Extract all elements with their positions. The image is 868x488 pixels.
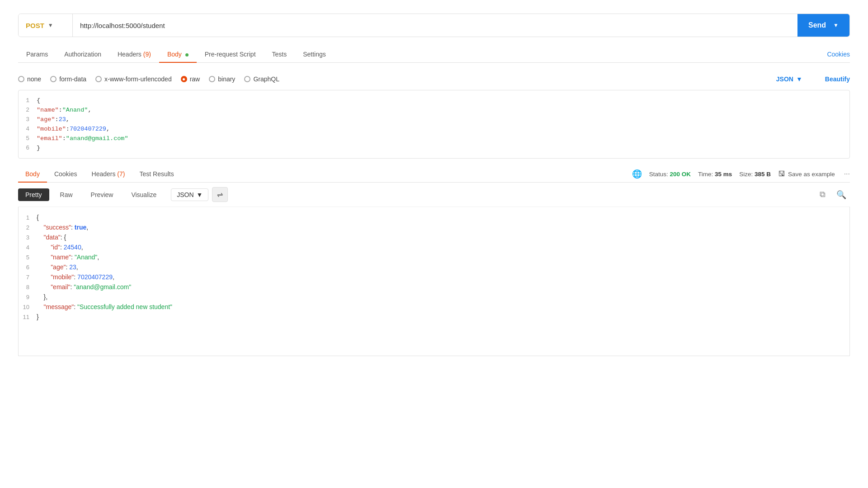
resp-line-11: 11 }: [19, 312, 849, 322]
resp-line-8: 8 "email": "anand@gmail.com": [19, 282, 849, 292]
response-tab-cookies[interactable]: Cookies: [47, 166, 85, 182]
json-format-label: JSON: [776, 75, 793, 83]
request-tab-nav: Params Authorization Headers (9) Body Pr…: [18, 46, 850, 63]
tab-prerequest[interactable]: Pre-request Script: [197, 46, 264, 62]
radio-circle-none: [18, 76, 24, 82]
resp-line-9: 9 },: [19, 292, 849, 302]
response-meta: 🌐 Status: 200 OK Time: 35 ms Size: 385 B…: [632, 169, 850, 179]
resp-line-10: 10 "message": "Successfully added new st…: [19, 302, 849, 312]
more-options-icon[interactable]: ···: [844, 170, 850, 178]
radio-circle-raw: [181, 76, 187, 82]
radio-formdata[interactable]: form-data: [50, 75, 86, 83]
resp-line-1: 1 {: [19, 212, 849, 222]
globe-icon: 🌐: [632, 169, 642, 179]
size-label: Size: 385 B: [739, 171, 771, 178]
radio-circle-binary: [209, 76, 215, 82]
method-label: POST: [26, 22, 44, 29]
json-chevron-icon: ▼: [796, 75, 802, 83]
response-toolbar: Pretty Raw Preview Visualize JSON ▼ ⇌ ⧉ …: [18, 183, 850, 207]
method-chevron-icon: ▼: [48, 22, 53, 28]
save-icon: 🖫: [778, 170, 785, 178]
beautify-button[interactable]: Beautify: [825, 75, 850, 83]
url-bar: POST ▼ Send ▼: [18, 14, 850, 37]
response-tab-headers[interactable]: Headers (7): [85, 166, 132, 182]
resp-line-3: 3 "data": {: [19, 232, 849, 242]
send-chevron-icon: ▼: [833, 22, 839, 28]
tab-body[interactable]: Body: [159, 46, 197, 62]
resp-line-7: 7 "mobile": 7020407229,: [19, 272, 849, 282]
save-as-example-button[interactable]: 🖫 Save as example: [778, 170, 835, 178]
response-tab-test-results[interactable]: Test Results: [132, 166, 181, 182]
json-format-selector[interactable]: JSON ▼: [776, 75, 802, 83]
resp-line-5: 5 "name": "Anand",: [19, 252, 849, 262]
size-value: 385 B: [755, 171, 771, 178]
url-input[interactable]: [73, 14, 797, 37]
body-format-options: none form-data x-www-form-urlencoded raw…: [18, 70, 850, 88]
req-line-4: 4 "mobile":7020407229,: [19, 124, 849, 134]
radio-circle-graphql: [244, 76, 250, 82]
send-button[interactable]: Send ▼: [797, 14, 849, 37]
req-line-1: 1 {: [19, 96, 849, 105]
response-tab-body[interactable]: Body: [18, 166, 47, 182]
response-format-chevron-icon: ▼: [197, 191, 203, 198]
app-container: POST ▼ Send ▼ Params Authorization Heade…: [0, 0, 868, 488]
req-line-2: 2 "name":"Anand",: [19, 105, 849, 115]
wrap-button[interactable]: ⇌: [212, 187, 228, 202]
tab-headers[interactable]: Headers (9): [109, 46, 159, 62]
req-line-6: 6 }: [19, 143, 849, 153]
cookies-link[interactable]: Cookies: [827, 46, 850, 62]
response-format-selector[interactable]: JSON ▼: [171, 188, 208, 201]
view-pretty-button[interactable]: Pretty: [18, 188, 49, 201]
tab-params[interactable]: Params: [18, 46, 56, 62]
radio-none[interactable]: none: [18, 75, 41, 83]
view-preview-button[interactable]: Preview: [84, 188, 121, 201]
method-selector[interactable]: POST ▼: [19, 14, 73, 37]
req-line-5: 5 "email":"anand@gmail.com": [19, 134, 849, 143]
search-icon[interactable]: 🔍: [833, 188, 850, 202]
view-visualize-button[interactable]: Visualize: [124, 188, 164, 201]
time-value: 35 ms: [715, 171, 732, 178]
status-value: 200 OK: [670, 171, 691, 178]
radio-raw[interactable]: raw: [181, 75, 200, 83]
request-body-editor[interactable]: 1 { 2 "name":"Anand", 3 "age":23, 4 "mob…: [18, 90, 850, 159]
req-line-3: 3 "age":23,: [19, 115, 849, 124]
tab-authorization[interactable]: Authorization: [56, 46, 109, 62]
copy-icon[interactable]: ⧉: [816, 188, 829, 201]
response-body-area[interactable]: 1 { 2 "success": true, 3 "data": { 4 "id…: [18, 207, 850, 356]
radio-urlencoded[interactable]: x-www-form-urlencoded: [95, 75, 172, 83]
response-tab-bar: Body Cookies Headers (7) Test Results 🌐 …: [18, 166, 850, 183]
radio-graphql[interactable]: GraphQL: [244, 75, 279, 83]
resp-line-4: 4 "id": 24540,: [19, 242, 849, 252]
send-label: Send: [808, 21, 826, 29]
radio-circle-urlencoded: [95, 76, 102, 82]
response-format-label: JSON: [177, 191, 193, 198]
radio-binary[interactable]: binary: [209, 75, 235, 83]
wrap-icon: ⇌: [217, 191, 223, 198]
status-label: Status: 200 OK: [649, 171, 691, 178]
tab-settings[interactable]: Settings: [295, 46, 334, 62]
time-label: Time: 35 ms: [698, 171, 732, 178]
tab-tests[interactable]: Tests: [264, 46, 295, 62]
view-raw-button[interactable]: Raw: [53, 188, 80, 201]
response-section: Body Cookies Headers (7) Test Results 🌐 …: [18, 166, 850, 356]
resp-line-2: 2 "success": true,: [19, 222, 849, 232]
radio-circle-formdata: [50, 76, 57, 82]
resp-line-6: 6 "age": 23,: [19, 262, 849, 272]
body-dot: [185, 53, 189, 56]
